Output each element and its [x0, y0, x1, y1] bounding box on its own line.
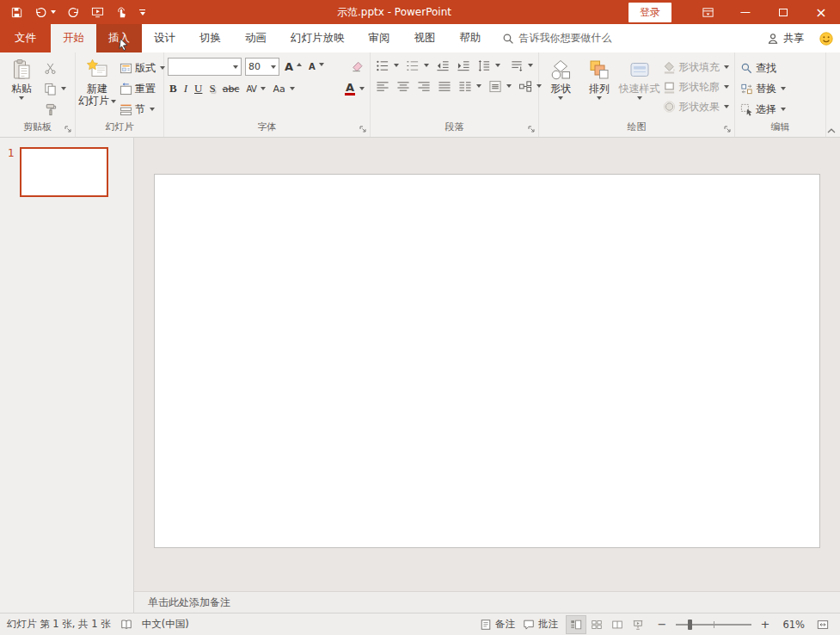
decrease-font-size-button[interactable]: A	[307, 59, 326, 75]
shape-fill-dropdown-arrow[interactable]	[724, 65, 729, 69]
shape-fill-button[interactable]: 形状填充	[661, 59, 731, 75]
reading-view-button[interactable]	[607, 615, 628, 634]
maximize-button[interactable]	[764, 0, 802, 24]
fit-slide-button[interactable]	[812, 615, 833, 634]
font-size-dropdown-arrow[interactable]	[271, 65, 276, 69]
copy-dropdown-arrow[interactable]	[61, 87, 66, 90]
shape-outline-dropdown-arrow[interactable]	[724, 85, 729, 89]
justify-button[interactable]	[436, 78, 453, 94]
text-direction-button[interactable]	[508, 58, 535, 73]
replace-dropdown-arrow[interactable]	[781, 87, 786, 90]
bullets-dropdown-arrow[interactable]	[394, 64, 399, 67]
shapes-dropdown-arrow[interactable]	[558, 96, 563, 100]
repeat-button[interactable]	[67, 6, 80, 19]
tab-insert[interactable]: 插入	[96, 24, 142, 52]
case-dropdown-arrow[interactable]	[290, 87, 295, 90]
italic-button[interactable]: I	[182, 81, 189, 96]
zoom-percentage[interactable]: 61%	[779, 619, 805, 631]
shape-outline-button[interactable]: 形状轮廓	[661, 79, 731, 95]
character-spacing-button[interactable]: AV	[244, 81, 267, 96]
tab-slideshow[interactable]: 幻灯片放映	[279, 24, 357, 52]
shape-effects-dropdown-arrow[interactable]	[724, 105, 729, 108]
customize-qat-button[interactable]	[139, 9, 145, 15]
paragraph-dialog-launcher[interactable]	[527, 125, 536, 133]
drawing-dialog-launcher[interactable]	[723, 125, 732, 133]
layout-button[interactable]: 版式	[118, 60, 167, 76]
normal-view-button[interactable]	[566, 615, 586, 634]
undo-dropdown-arrow[interactable]	[51, 10, 56, 14]
line-spacing-button[interactable]	[475, 58, 502, 73]
numbering-button[interactable]	[404, 58, 431, 73]
notes-placeholder[interactable]: 单击此处添加备注	[148, 595, 230, 610]
tab-home[interactable]: 开始	[51, 24, 96, 52]
zoom-in-button[interactable]: +	[759, 618, 771, 631]
sign-in-button[interactable]: 登录	[628, 3, 671, 22]
undo-button[interactable]	[34, 6, 56, 19]
columns-dropdown-arrow[interactable]	[476, 84, 481, 88]
decrease-indent-button[interactable]	[434, 58, 451, 73]
select-dropdown-arrow[interactable]	[781, 108, 786, 111]
save-button[interactable]	[10, 6, 23, 19]
slide-thumbnail[interactable]	[20, 147, 108, 197]
close-button[interactable]: ×	[802, 0, 840, 24]
text-shadow-button[interactable]: S	[207, 81, 217, 96]
tab-view[interactable]: 视图	[402, 24, 448, 52]
notes-pane[interactable]: 单击此处添加备注	[134, 591, 840, 613]
align-center-button[interactable]	[395, 78, 412, 94]
tab-transitions[interactable]: 切换	[187, 24, 233, 52]
text-direction-dropdown-arrow[interactable]	[528, 64, 533, 67]
increase-font-size-button[interactable]: A	[283, 59, 304, 75]
new-slide-button[interactable]: 新建 幻灯片	[79, 56, 115, 120]
notes-toggle-button[interactable]: 备注	[480, 618, 515, 631]
change-case-button[interactable]: Aa	[271, 81, 296, 96]
tab-animations[interactable]: 动画	[233, 24, 279, 52]
reset-button[interactable]: 重置	[118, 81, 167, 96]
font-color-dropdown-arrow[interactable]	[359, 87, 365, 90]
start-slideshow-button[interactable]	[91, 6, 104, 19]
clipboard-dialog-launcher[interactable]	[64, 125, 72, 133]
underline-button[interactable]: U	[193, 81, 204, 96]
comments-toggle-button[interactable]: 批注	[523, 618, 558, 631]
zoom-slider-thumb[interactable]	[688, 620, 692, 630]
clear-formatting-button[interactable]	[350, 59, 366, 75]
tell-me-search[interactable]: 告诉我你想要做什么	[494, 24, 621, 52]
font-size-select[interactable]: 80	[245, 58, 279, 76]
paste-dropdown-arrow[interactable]	[19, 96, 24, 100]
tab-help[interactable]: 帮助	[448, 24, 494, 52]
columns-button[interactable]	[457, 78, 483, 94]
new-slide-dropdown-arrow[interactable]	[111, 100, 116, 103]
increase-indent-button[interactable]	[455, 58, 472, 73]
numbering-dropdown-arrow[interactable]	[424, 64, 429, 67]
ribbon-display-options-button[interactable]	[689, 0, 727, 24]
arrange-dropdown-arrow[interactable]	[597, 96, 602, 100]
copy-button[interactable]	[42, 81, 68, 96]
arrange-button[interactable]: 排列	[581, 56, 617, 120]
tab-design[interactable]: 设计	[142, 24, 187, 52]
font-name-select[interactable]	[168, 58, 242, 76]
bold-button[interactable]: B	[168, 81, 179, 96]
shape-effects-button[interactable]: 形状效果	[661, 99, 731, 114]
align-text-dropdown-arrow[interactable]	[506, 84, 512, 88]
align-left-button[interactable]	[374, 78, 391, 94]
quick-styles-button[interactable]: 快速样式	[620, 56, 659, 120]
section-button[interactable]: 节	[118, 102, 167, 117]
feedback-button[interactable]	[812, 24, 840, 52]
font-name-dropdown-arrow[interactable]	[233, 65, 238, 69]
find-button[interactable]: 查找	[739, 60, 788, 76]
slide-sorter-view-button[interactable]	[586, 615, 607, 634]
tab-file[interactable]: 文件	[0, 24, 51, 52]
section-dropdown-arrow[interactable]	[150, 108, 155, 111]
font-color-button[interactable]: A	[343, 81, 366, 96]
zoom-out-button[interactable]: −	[656, 618, 668, 631]
align-right-button[interactable]	[415, 78, 432, 94]
strikethrough-button[interactable]: abc	[221, 81, 242, 96]
slide-canvas[interactable]	[154, 174, 820, 548]
replace-button[interactable]: 替换	[739, 81, 788, 96]
tab-review[interactable]: 审阅	[357, 24, 402, 52]
font-dialog-launcher[interactable]	[359, 125, 367, 133]
zoom-slider[interactable]	[676, 624, 751, 626]
share-button[interactable]: 共享	[758, 24, 812, 52]
select-button[interactable]: 选择	[739, 102, 788, 117]
align-text-button[interactable]	[487, 78, 513, 94]
collapse-ribbon-button[interactable]	[827, 128, 836, 133]
